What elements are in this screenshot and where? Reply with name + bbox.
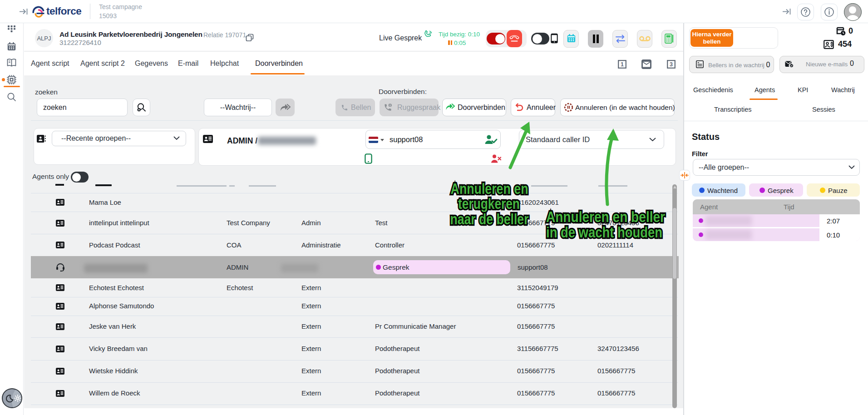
svg-text:3: 3 <box>670 61 673 68</box>
svg-text:1: 1 <box>621 61 624 68</box>
